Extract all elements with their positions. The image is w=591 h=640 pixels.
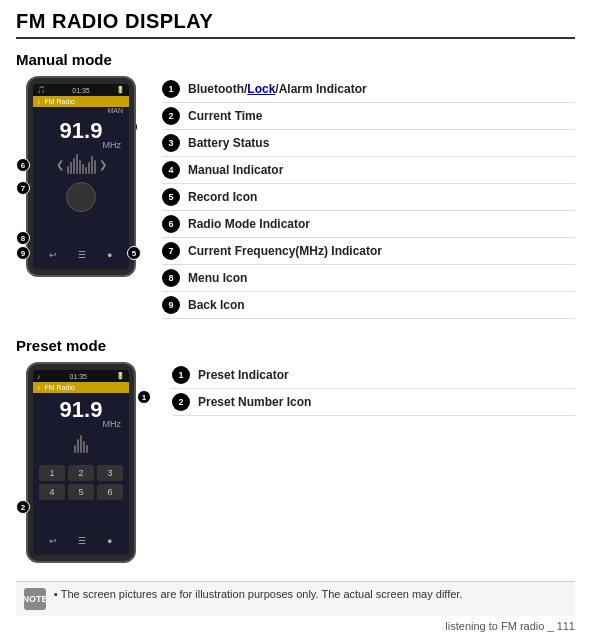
preset-bottom-bar: ↩ ☰ ● [33, 533, 129, 549]
right-chevron-icon: ❯ [99, 159, 107, 170]
preset-menu-icon: ☰ [78, 536, 86, 546]
preset-wave-bar [83, 441, 85, 453]
preset-fm-title-bar: ♪ FM Radio [33, 382, 129, 393]
preset-mode-device: 1 ♪ 01:35 🔋 ♪ FM Radio 91.9 MHz [16, 362, 156, 563]
callout-6: 6 [16, 158, 30, 172]
preset-legend-row-1: 1 Preset Indicator [172, 362, 575, 389]
preset-fm-label: FM Radio [45, 384, 75, 391]
preset-wave-area [33, 429, 129, 457]
legend-row-4: 4 Manual Indicator [162, 157, 575, 184]
callout-7: 7 [16, 181, 30, 195]
note-text-container: ▪ The screen pictures are for illustrati… [54, 588, 462, 600]
legend-num-8: 8 [162, 269, 180, 287]
wave-bar [85, 167, 87, 174]
legend-text-1: Bluetooth/Lock/Alarm Indicator [188, 82, 367, 96]
legend-num-9: 9 [162, 296, 180, 314]
wave-bar [73, 158, 75, 174]
preset-music-icon: ♪ [37, 373, 41, 380]
note-text: The screen pictures are for illustration… [61, 588, 463, 600]
preset-music-note: ♪ [37, 384, 41, 391]
bluetooth-icon: 🎵 [37, 86, 46, 94]
manual-mode-heading: Manual mode [16, 51, 575, 68]
legend-text-4: Manual Indicator [188, 163, 283, 177]
back-icon: ↩ [49, 250, 57, 260]
music-icon: ♪ [37, 98, 41, 105]
wave-bar [88, 162, 90, 174]
legend-num-1: 1 [162, 80, 180, 98]
legend-row-7: 7 Current Frequency(MHz) Indicator [162, 238, 575, 265]
legend-text-8: Menu Icon [188, 271, 247, 285]
wave-bar [82, 164, 84, 174]
time-display: 01:35 [72, 87, 90, 94]
preset-legend-text-2: Preset Number Icon [198, 395, 311, 409]
battery-icon: 🔋 [116, 86, 125, 94]
dial-circle [66, 182, 96, 212]
legend-row-6: 6 Radio Mode Indicator [162, 211, 575, 238]
preset-back-icon: ↩ [49, 536, 57, 546]
mode-indicator: MAN [33, 107, 129, 114]
preset-legend-text-1: Preset Indicator [198, 368, 289, 382]
preset-legend-num-2: 2 [172, 393, 190, 411]
callout-8: 8 [16, 231, 30, 245]
preset-status-bar: ♪ 01:35 🔋 [33, 370, 129, 382]
preset-mode-section: 1 ♪ 01:35 🔋 ♪ FM Radio 91.9 MHz [16, 362, 575, 563]
page-number: listening to FM radio _ 111 [16, 620, 575, 632]
legend-num-2: 2 [162, 107, 180, 125]
bottom-bar: ↩ ☰ ● [33, 247, 129, 263]
fm-label: FM Radio [45, 98, 75, 105]
legend-num-3: 3 [162, 134, 180, 152]
preset-mode-legend: 1 Preset Indicator 2 Preset Number Icon [172, 362, 575, 416]
legend-text-9: Back Icon [188, 298, 245, 312]
preset-time-display: 01:35 [69, 373, 87, 380]
preset-cell-6: 6 [97, 484, 123, 500]
legend-text-2: Current Time [188, 109, 262, 123]
preset-dot-icon: ● [107, 536, 112, 546]
legend-row-1: 1 Bluetooth/Lock/Alarm Indicator [162, 76, 575, 103]
preset-legend-num-1: 1 [172, 366, 190, 384]
legend-text-3: Battery Status [188, 136, 269, 150]
legend-row-5: 5 Record Icon [162, 184, 575, 211]
note-icon: NOTE [24, 588, 46, 610]
record-icon: ● [107, 250, 112, 260]
legend-row-9: 9 Back Icon [162, 292, 575, 319]
preset-wave-bars [74, 433, 88, 453]
preset-cell-5: 5 [68, 484, 94, 500]
wave-bar [94, 160, 96, 174]
preset-phone-screen: ♪ 01:35 🔋 ♪ FM Radio 91.9 MHz [33, 370, 129, 555]
wave-bars [67, 154, 96, 174]
manual-mode-legend: 1 Bluetooth/Lock/Alarm Indicator 2 Curre… [162, 76, 575, 319]
page-title: FM RADIO DISPLAY [16, 10, 575, 39]
wave-bar [70, 162, 72, 174]
preset-cell-2: 2 [68, 465, 94, 481]
note-section: NOTE ▪ The screen pictures are for illus… [16, 581, 575, 616]
wave-bar [91, 156, 93, 174]
wave-area: ❮ ❯ [33, 150, 129, 178]
menu-icon: ☰ [78, 250, 86, 260]
preset-wave-bar [80, 435, 82, 453]
legend-row-8: 8 Menu Icon [162, 265, 575, 292]
legend-num-4: 4 [162, 161, 180, 179]
fm-title-bar: ♪ FM Radio [33, 96, 129, 107]
legend-text-6: Radio Mode Indicator [188, 217, 310, 231]
phone-screen: 🎵 01:35 🔋 ♪ FM Radio MAN 91.9 MHz ❮ [33, 84, 129, 269]
callout-9: 9 [16, 246, 30, 260]
manual-mode-section: 1 2 3 4 🎵 01:35 🔋 ♪ FM Radio MAN [16, 76, 575, 319]
legend-row-3: 3 Battery Status [162, 130, 575, 157]
status-bar: 🎵 01:35 🔋 [33, 84, 129, 96]
preset-cell-4: 4 [39, 484, 65, 500]
manual-mode-device: 1 2 3 4 🎵 01:35 🔋 ♪ FM Radio MAN [16, 76, 146, 277]
legend-row-2: 2 Current Time [162, 103, 575, 130]
preset-battery-icon: 🔋 [116, 372, 125, 380]
wave-bar [67, 166, 69, 174]
wave-bar [76, 154, 78, 174]
preset-cell-3: 3 [97, 465, 123, 481]
preset-wave-bar [86, 445, 88, 453]
preset-phone-mockup: ♪ 01:35 🔋 ♪ FM Radio 91.9 MHz [26, 362, 136, 563]
preset-cell-1: 1 [39, 465, 65, 481]
callout-5: 5 [127, 246, 141, 260]
callout-p1: 1 [137, 390, 151, 404]
legend-num-5: 5 [162, 188, 180, 206]
legend-num-7: 7 [162, 242, 180, 260]
phone-mockup: 🎵 01:35 🔋 ♪ FM Radio MAN 91.9 MHz ❮ [26, 76, 136, 277]
preset-grid: 1 2 3 4 5 6 [33, 461, 129, 504]
